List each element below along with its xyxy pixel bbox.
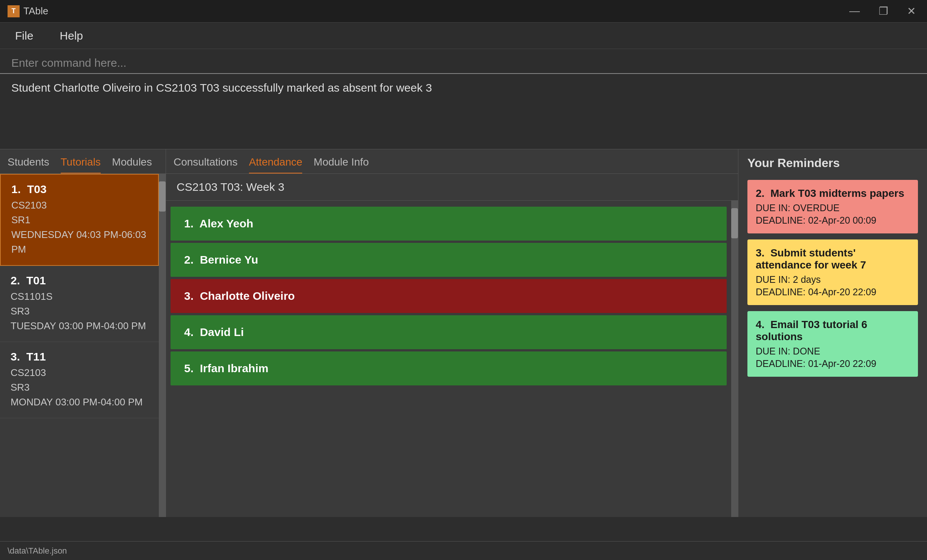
tutorial-list-container: 1. T03 CS2103 SR1 WEDNESDAY 04:03 PM-06:… [0, 174, 166, 517]
tutorial-detail-2: CS1101S SR3 TUESDAY 03:00 PM-04:00 PM [11, 289, 148, 333]
minimize-button[interactable]: — [846, 3, 864, 19]
tab-module-info[interactable]: Module Info [314, 156, 369, 173]
week-label: CS2103 T03: Week 3 [166, 174, 738, 201]
status-bar: \data\TAble.json [0, 541, 927, 560]
tutorial-item-2[interactable]: 2. T01 CS1101S SR3 TUESDAY 03:00 PM-04:0… [0, 266, 159, 342]
tab-modules[interactable]: Modules [112, 156, 152, 173]
close-button[interactable]: ✕ [903, 3, 919, 19]
left-panel-tabs: Students Tutorials Modules [0, 149, 166, 174]
status-text: \data\TAble.json [8, 546, 67, 556]
middle-panel-tabs: Consultations Attendance Module Info [166, 149, 738, 174]
tab-consultations[interactable]: Consultations [174, 156, 238, 173]
reminder-card-2: 3. Submit students' attendance for week … [747, 239, 918, 305]
menu-file[interactable]: File [11, 26, 37, 45]
tab-attendance[interactable]: Attendance [249, 156, 303, 173]
reminder-card-3: 4. Email T03 tutorial 6 solutions DUE IN… [747, 311, 918, 377]
reminder-due-3: DUE IN: DONE [756, 346, 910, 357]
app-name: TAble [23, 5, 48, 17]
reminder-title-3: 4. Email T03 tutorial 6 solutions [756, 319, 910, 343]
student-item-1[interactable]: 1. Alex Yeoh [171, 207, 727, 241]
tutorial-name-2: 2. T01 [11, 274, 148, 287]
student-list: 1. Alex Yeoh 2. Bernice Yu 3. Charlotte … [166, 201, 731, 517]
reminders-title: Your Reminders [747, 156, 918, 170]
command-input[interactable] [11, 57, 916, 69]
middle-scroll-track[interactable] [731, 201, 738, 517]
tutorial-name-3: 3. T11 [11, 350, 148, 363]
reminder-title-2: 3. Submit students' attendance for week … [756, 247, 910, 271]
title-bar: T TAble — ❐ ✕ [0, 0, 927, 23]
menu-bar: File Help [0, 23, 927, 49]
reminder-title-1: 2. Mark T03 midterms papers [756, 187, 910, 199]
app-icon: T [8, 5, 20, 17]
output-area: Student Charlotte Oliveiro in CS2103 T03… [0, 74, 927, 149]
tutorial-list: 1. T03 CS2103 SR1 WEDNESDAY 04:03 PM-06:… [0, 174, 159, 517]
student-list-container: 1. Alex Yeoh 2. Bernice Yu 3. Charlotte … [166, 201, 738, 517]
left-panel: Students Tutorials Modules 1. T03 CS2103… [0, 149, 166, 517]
menu-help[interactable]: Help [56, 26, 87, 45]
app-title-area: T TAble [8, 5, 48, 17]
maximize-button[interactable]: ❐ [875, 3, 892, 19]
student-item-5[interactable]: 5. Irfan Ibrahim [171, 351, 727, 385]
reminder-deadline-3: DEADLINE: 01-Apr-20 22:09 [756, 358, 910, 369]
student-item-3[interactable]: 3. Charlotte Oliveiro [171, 279, 727, 313]
reminder-due-2: DUE IN: 2 days [756, 274, 910, 285]
student-item-4[interactable]: 4. David Li [171, 315, 727, 349]
right-panel: Your Reminders 2. Mark T03 midterms pape… [738, 149, 927, 517]
middle-scroll-thumb[interactable] [731, 208, 738, 238]
tutorial-item-3[interactable]: 3. T11 CS2103 SR3 MONDAY 03:00 PM-04:00 … [0, 342, 159, 418]
output-text: Student Charlotte Oliveiro in CS2103 T03… [11, 81, 916, 94]
student-item-2[interactable]: 2. Bernice Yu [171, 243, 727, 277]
reminder-due-1: DUE IN: OVERDUE [756, 203, 910, 213]
middle-panel: Consultations Attendance Module Info CS2… [166, 149, 738, 517]
tutorial-name-1: 1. T03 [11, 183, 148, 196]
tutorial-detail-1: CS2103 SR1 WEDNESDAY 04:03 PM-06:03 PM [11, 198, 148, 257]
main-content: Students Tutorials Modules 1. T03 CS2103… [0, 149, 927, 517]
tutorial-item-1[interactable]: 1. T03 CS2103 SR1 WEDNESDAY 04:03 PM-06:… [0, 174, 159, 266]
tab-tutorials[interactable]: Tutorials [61, 156, 101, 173]
reminder-card-1: 2. Mark T03 midterms papers DUE IN: OVER… [747, 180, 918, 233]
left-scroll-thumb[interactable] [159, 181, 166, 212]
tab-students[interactable]: Students [8, 156, 49, 173]
left-scroll-track[interactable] [159, 174, 166, 517]
window-controls: — ❐ ✕ [846, 3, 919, 19]
reminder-deadline-2: DEADLINE: 04-Apr-20 22:09 [756, 287, 910, 298]
command-area [0, 49, 927, 74]
tutorial-detail-3: CS2103 SR3 MONDAY 03:00 PM-04:00 PM [11, 365, 148, 410]
reminder-deadline-1: DEADLINE: 02-Apr-20 00:09 [756, 215, 910, 226]
